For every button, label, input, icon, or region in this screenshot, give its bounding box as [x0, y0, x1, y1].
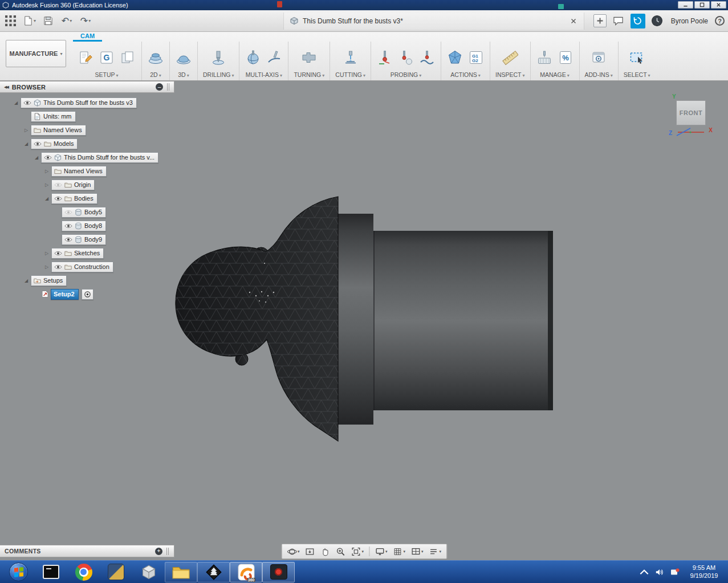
ribbon-group-label[interactable]: INSPECT▾ [495, 71, 525, 79]
model-mesh-bust[interactable] [176, 197, 338, 441]
visibility-eye-icon[interactable] [23, 100, 31, 105]
visibility-eye-icon[interactable] [54, 264, 62, 270]
expander-open-icon[interactable]: ◢ [22, 278, 31, 283]
help-icon[interactable]: ? [715, 16, 725, 26]
ribbon-group-label[interactable]: SETUP▾ [77, 71, 136, 79]
multi-axis-icon[interactable] [245, 49, 262, 66]
expander-closed-icon[interactable]: ▷ [42, 251, 51, 256]
minimize-button[interactable] [678, 1, 693, 9]
comment-icon[interactable] [612, 14, 625, 28]
expander-closed-icon[interactable]: ▷ [42, 182, 51, 187]
visibility-eye-icon[interactable] [64, 210, 72, 215]
comments-bar[interactable]: COMMENTS + [0, 545, 174, 557]
taskbar-chrome-button[interactable] [67, 562, 100, 582]
model-stock-cylinder-near[interactable] [338, 214, 373, 425]
tree-item[interactable]: This Dumb Stuff for the busts v... [41, 152, 158, 163]
taskbar-screen-recorder-button[interactable] [262, 562, 295, 582]
model-stock-cylinder-far[interactable] [373, 231, 553, 410]
milling-3d-icon[interactable] [175, 49, 192, 66]
ribbon-group-label[interactable]: DRILLING▾ [203, 71, 234, 79]
ribbon-group-label[interactable]: 3D▾ [175, 71, 192, 79]
visibility-eye-icon[interactable] [64, 223, 72, 229]
tray-chevron-up-icon[interactable] [640, 568, 649, 576]
setup-activate-button[interactable] [82, 289, 93, 300]
taskbar-fusion-360-button[interactable]: 360 [230, 562, 262, 582]
viewport-3d[interactable]: ◀◀ BROWSER – ◢This Dumb Stuff for the bu… [0, 81, 728, 560]
undo-button[interactable]: ↶ ▾ [60, 14, 74, 28]
tree-item[interactable]: This Dumb Stuff for the busts v3 [21, 97, 137, 108]
expander-open-icon[interactable]: ◢ [42, 196, 51, 201]
collapse-panel-icon[interactable]: ◀◀ [4, 85, 8, 89]
taskbar-cube-viewer-button[interactable] [132, 562, 165, 582]
tree-item[interactable]: Sketches [51, 248, 104, 259]
panel-grip[interactable] [166, 548, 169, 555]
user-menu[interactable]: Byron Poole [671, 17, 708, 25]
taskbar-windows-start-button[interactable] [2, 562, 35, 582]
select-box-icon[interactable] [628, 49, 645, 66]
apps-grid-button[interactable] [3, 14, 17, 28]
expander-closed-icon[interactable]: ▷ [42, 264, 51, 270]
nav-viewports-button[interactable]: ▾ [408, 545, 426, 558]
nav-orbit-button[interactable]: ▾ [284, 545, 302, 558]
nav-zoom-button[interactable] [333, 545, 348, 558]
save-button[interactable] [41, 14, 55, 28]
turning-icon[interactable] [300, 49, 318, 66]
tab-cam[interactable]: CAM [73, 32, 102, 42]
taskbar-media-app-button[interactable] [100, 562, 132, 582]
new-document-tab-button[interactable] [593, 14, 607, 27]
maximize-button[interactable] [694, 1, 710, 9]
pattern-icon[interactable] [119, 49, 136, 66]
visibility-eye-icon[interactable] [64, 237, 72, 242]
tree-item[interactable]: Named Views [51, 166, 107, 177]
ribbon-group-label[interactable]: PROBING▾ [376, 71, 436, 79]
tree-item[interactable]: Named Views [31, 125, 86, 136]
hide-panel-button[interactable]: – [156, 83, 163, 91]
visibility-eye-icon[interactable] [54, 182, 62, 187]
measure-icon[interactable] [502, 49, 519, 66]
volume-icon[interactable] [655, 568, 664, 576]
expander-closed-icon[interactable]: ▷ [22, 128, 31, 133]
ribbon-group-label[interactable]: CUTTING▾ [335, 71, 365, 79]
swarf-icon[interactable] [266, 49, 283, 66]
cutting-icon[interactable] [342, 49, 359, 66]
visibility-eye-icon[interactable] [44, 155, 52, 160]
tree-item[interactable]: Body8 [62, 221, 106, 231]
ribbon-group-label[interactable]: MULTI-AXIS▾ [245, 71, 283, 79]
expander-open-icon[interactable]: ◢ [22, 141, 31, 146]
workspace-selector[interactable]: MANUFACTURE ▾ [6, 40, 66, 67]
ribbon-group-label[interactable]: SELECT▾ [624, 71, 650, 79]
milling-2d-icon[interactable] [147, 49, 164, 66]
document-tab-close-icon[interactable] [569, 17, 578, 26]
close-button[interactable] [711, 1, 726, 9]
panel-grip[interactable] [167, 83, 170, 91]
ribbon-group-label[interactable]: MANAGE▾ [536, 71, 574, 79]
taskbar-inkscape-button[interactable] [197, 562, 230, 582]
nav-display-settings-button[interactable]: ▾ [372, 545, 390, 558]
status-clock-icon[interactable] [650, 14, 664, 28]
taskbar-terminal-button[interactable] [35, 562, 67, 582]
tree-item-selected[interactable]: Setup2 [51, 289, 79, 300]
viewcube-front-face[interactable]: FRONT [676, 100, 706, 125]
feeds-speeds-icon[interactable]: % [557, 49, 574, 66]
nav-pan-button[interactable] [318, 545, 332, 558]
file-menu-button[interactable]: ▾ [22, 14, 36, 28]
nav-fit-button[interactable]: ▾ [348, 545, 366, 558]
taskbar-file-explorer-button[interactable] [165, 562, 197, 582]
expander-closed-icon[interactable]: ▷ [42, 169, 51, 174]
tree-item[interactable]: Bodies [51, 193, 97, 204]
probe-wcs-icon[interactable] [376, 49, 393, 66]
tree-item[interactable]: Body9 [62, 234, 106, 245]
visibility-eye-icon[interactable] [54, 251, 62, 256]
ribbon-group-label[interactable]: ADD-INS▾ [585, 71, 613, 79]
taskbar-clock[interactable]: 9:55 AM 9/19/2019 [686, 564, 722, 580]
inspect-surface-icon[interactable] [418, 49, 436, 66]
add-ins-icon[interactable] [590, 49, 607, 66]
document-tab[interactable]: This Dumb Stuff for the busts v3* [283, 13, 584, 30]
tree-item[interactable]: Setups [31, 275, 67, 286]
nav-look-at-button[interactable] [302, 545, 317, 558]
job-status-button[interactable] [631, 14, 645, 28]
visibility-eye-icon[interactable] [34, 141, 42, 146]
tree-item[interactable]: Origin [51, 180, 95, 190]
expander-open-icon[interactable]: ◢ [32, 155, 41, 160]
visibility-eye-icon[interactable] [54, 196, 62, 201]
